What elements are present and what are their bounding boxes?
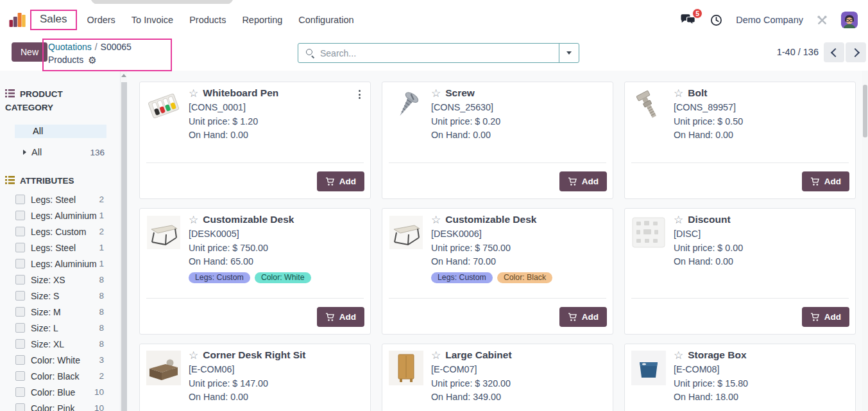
favorite-star-icon[interactable]: ☆ xyxy=(431,88,441,99)
menu-item-configuration[interactable]: Configuration xyxy=(298,15,353,25)
checkbox[interactable] xyxy=(15,339,25,349)
product-code: [CONS_89957] xyxy=(674,101,837,115)
menu-item-products[interactable]: Products xyxy=(189,15,226,25)
attribute-filter[interactable]: Size: XS8 xyxy=(0,272,119,288)
customizable-desk-image xyxy=(146,215,181,250)
product-code: [E-COM08] xyxy=(674,363,837,377)
checkbox[interactable] xyxy=(15,371,25,381)
product-unit-price: Unit price: $ 320.00 xyxy=(431,377,595,391)
checkbox[interactable] xyxy=(15,195,25,204)
user-avatar[interactable] xyxy=(841,12,858,28)
search-input[interactable] xyxy=(314,48,559,58)
attribute-filter[interactable]: Legs: Aluminium1 xyxy=(0,207,119,223)
product-code: [E-COM07] xyxy=(431,363,595,377)
favorite-star-icon[interactable]: ☆ xyxy=(431,350,441,361)
checkbox[interactable] xyxy=(15,211,25,220)
breadcrumb-quotations-link[interactable]: Quotations xyxy=(48,42,92,52)
add-to-order-button[interactable]: Add xyxy=(802,171,849,191)
avatar-image xyxy=(841,12,858,28)
cart-icon xyxy=(810,177,820,186)
product-unit-price: Unit price: $ 750.00 xyxy=(189,241,352,256)
attribute-filter[interactable]: Color: Blue10 xyxy=(0,384,119,400)
add-to-order-button[interactable]: Add xyxy=(802,307,849,327)
attribute-filter[interactable]: Size: XL8 xyxy=(0,336,119,352)
activities-clock-icon[interactable] xyxy=(710,14,722,26)
sidebar-scrollbar-thumb[interactable] xyxy=(121,82,127,411)
checkbox[interactable] xyxy=(15,323,25,333)
company-name[interactable]: Demo Company xyxy=(736,15,803,25)
checkbox[interactable] xyxy=(15,275,25,284)
product-unit-price: Unit price: $ 750.00 xyxy=(431,241,595,256)
add-to-order-button[interactable]: Add xyxy=(559,171,607,191)
odoo-apps-logo-icon[interactable] xyxy=(9,12,26,28)
favorite-star-icon[interactable]: ☆ xyxy=(189,88,198,99)
discount-image xyxy=(631,215,666,250)
product-name: Customizable Desk xyxy=(445,214,536,225)
page-scrollbar[interactable] xyxy=(862,71,868,411)
favorite-star-icon[interactable]: ☆ xyxy=(189,214,198,225)
add-to-order-button[interactable]: Add xyxy=(317,171,364,191)
product-card: ☆Screw [CONS_25630] Unit price: $ 0.20 O… xyxy=(382,82,613,199)
attribute-filter[interactable]: Legs: Steel2 xyxy=(0,191,119,207)
checkbox[interactable] xyxy=(15,243,25,252)
search-bar xyxy=(298,43,579,63)
checkbox[interactable] xyxy=(15,259,25,268)
menu-item-orders[interactable]: Orders xyxy=(87,15,115,25)
page-scrollbar-thumb[interactable] xyxy=(863,85,867,137)
attribute-filter[interactable]: Legs: Steel1 xyxy=(0,240,119,256)
sidebar-scrollbar[interactable] xyxy=(120,71,127,411)
favorite-star-icon[interactable]: ☆ xyxy=(674,214,683,225)
large-cabinet-image xyxy=(389,351,423,385)
corner-desk-image xyxy=(146,351,181,385)
messages-icon[interactable]: 5 xyxy=(680,13,697,26)
divider xyxy=(631,162,849,163)
favorite-star-icon[interactable]: ☆ xyxy=(674,88,683,99)
view-settings-gear-icon[interactable]: ⚙ xyxy=(88,55,96,65)
attribute-filter[interactable]: Size: L8 xyxy=(0,320,119,336)
search-options-toggle[interactable] xyxy=(559,44,579,62)
category-tree-item[interactable]: All 136 xyxy=(23,147,105,157)
cart-icon xyxy=(568,177,577,186)
product-name: Storage Box xyxy=(688,349,746,361)
scroll-up-arrow-icon[interactable] xyxy=(121,74,126,77)
checkbox[interactable] xyxy=(15,227,25,236)
menu-item-reporting[interactable]: Reporting xyxy=(242,15,282,25)
annotation-highlight-breadcrumb: Quotations/S00065 Products ⚙ xyxy=(42,39,172,71)
category-count: 136 xyxy=(90,148,105,157)
category-filter-all-selected[interactable]: All xyxy=(15,125,106,138)
annotation-highlight-sales: Sales xyxy=(30,10,77,30)
favorite-star-icon[interactable]: ☆ xyxy=(674,350,683,361)
product-unit-price: Unit price: $ 15.80 xyxy=(674,377,837,391)
attribute-filter[interactable]: Color: White3 xyxy=(0,352,119,368)
app-name[interactable]: Sales xyxy=(40,13,67,25)
add-to-order-button[interactable]: Add xyxy=(317,307,364,327)
pager-next-button[interactable] xyxy=(846,42,866,62)
caret-right-icon[interactable] xyxy=(23,150,26,155)
messages-count-badge: 5 xyxy=(692,8,702,19)
attribute-filter[interactable]: Legs: Aluminium1 xyxy=(0,256,119,272)
checkbox[interactable] xyxy=(15,387,25,397)
product-unit-price: Unit price: $ 1.20 xyxy=(189,115,352,129)
whiteboard-pen-image xyxy=(146,89,181,123)
checkbox[interactable] xyxy=(15,355,25,365)
attribute-filter[interactable]: Color: Pink10 xyxy=(0,400,119,411)
product-unit-price: Unit price: $ 0.20 xyxy=(431,115,595,129)
list-icon xyxy=(5,89,15,98)
add-to-order-button[interactable]: Add xyxy=(559,307,607,327)
attribute-filter[interactable]: Size: M8 xyxy=(0,304,119,320)
breadcrumb-current-order[interactable]: S00065 xyxy=(101,42,132,52)
checkbox[interactable] xyxy=(15,307,25,317)
checkbox[interactable] xyxy=(15,291,25,301)
attribute-filter[interactable]: Color: Black2 xyxy=(0,368,119,384)
favorite-star-icon[interactable]: ☆ xyxy=(189,350,198,361)
attribute-filter[interactable]: Size: S8 xyxy=(0,288,119,304)
card-options-kebab-icon[interactable] xyxy=(357,89,362,100)
variant-tag: Legs: Custom xyxy=(431,272,493,283)
favorite-star-icon[interactable]: ☆ xyxy=(431,214,441,225)
pager-previous-button[interactable] xyxy=(824,42,844,62)
attribute-filter[interactable]: Legs: Custom2 xyxy=(0,223,119,240)
menu-item-to-invoice[interactable]: To Invoice xyxy=(132,15,173,25)
pager-range[interactable]: 1-40 / 136 xyxy=(777,42,819,62)
debug-tools-icon[interactable] xyxy=(817,15,828,26)
checkbox[interactable] xyxy=(15,403,25,411)
